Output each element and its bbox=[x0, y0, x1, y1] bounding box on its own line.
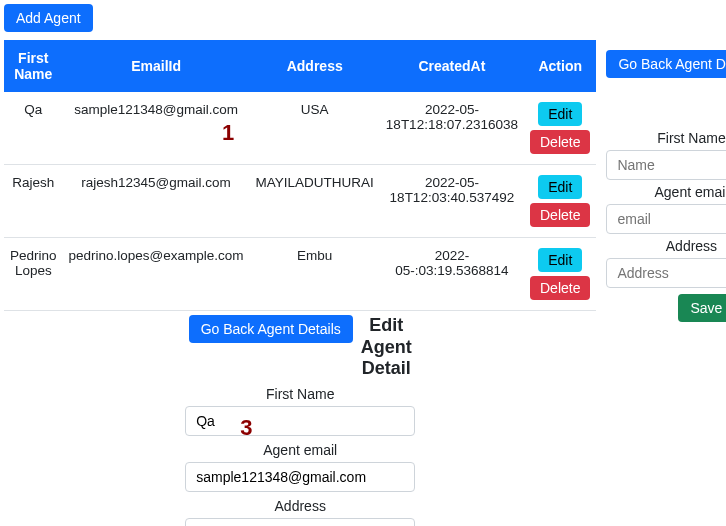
table-row: Rajeshrajesh12345@gmail.comMAYILADUTHURA… bbox=[4, 165, 596, 238]
save-button[interactable]: Save bbox=[678, 294, 726, 322]
table-row: Pedrino Lopespedrino.lopes@example.comEm… bbox=[4, 238, 596, 311]
add-agent-button[interactable]: Add Agent bbox=[4, 4, 93, 32]
cell-created: 2022-05-18T12:03:40.537492 bbox=[380, 165, 524, 238]
add-first-name-input[interactable] bbox=[606, 150, 726, 180]
cell-first-name: Qa bbox=[4, 92, 63, 165]
add-label-first-name: First Name bbox=[606, 130, 726, 146]
cell-created: 2022-05-:03:19.5368814 bbox=[380, 238, 524, 311]
edit-button[interactable]: Edit bbox=[538, 102, 582, 126]
cell-email: sample121348@gmail.com bbox=[63, 92, 250, 165]
add-label-address: Address bbox=[606, 238, 726, 254]
add-panel-title: Add Age bbox=[606, 82, 726, 124]
add-agent-panel: 2 Go Back Agent Details Add Age First Na… bbox=[606, 32, 726, 322]
col-email: EmailId bbox=[63, 40, 250, 92]
edit-panel-title: Edit Agent Detail bbox=[361, 315, 412, 380]
edit-button[interactable]: Edit bbox=[538, 248, 582, 272]
col-address: Address bbox=[250, 40, 380, 92]
edit-email-input[interactable] bbox=[185, 462, 415, 492]
add-address-input[interactable] bbox=[606, 258, 726, 288]
col-first-name: First Name bbox=[4, 40, 63, 92]
cell-first-name: Rajesh bbox=[4, 165, 63, 238]
cell-address: USA bbox=[250, 92, 380, 165]
cell-address: MAYILADUTHURAI bbox=[250, 165, 380, 238]
cell-address: Embu bbox=[250, 238, 380, 311]
edit-button[interactable]: Edit bbox=[538, 175, 582, 199]
edit-first-name-input[interactable] bbox=[185, 406, 415, 436]
col-created: CreatedAt bbox=[380, 40, 524, 92]
add-label-email: Agent email bbox=[606, 184, 726, 200]
cell-email: rajesh12345@gmail.com bbox=[63, 165, 250, 238]
edit-address-input[interactable] bbox=[185, 518, 415, 526]
agents-table: First Name EmailId Address CreatedAt Act… bbox=[4, 40, 596, 311]
label-agent-email: Agent email bbox=[185, 442, 415, 458]
table-row: Qasample121348@gmail.comUSA2022-05-18T12… bbox=[4, 92, 596, 165]
delete-button[interactable]: Delete bbox=[530, 203, 590, 227]
cell-first-name: Pedrino Lopes bbox=[4, 238, 63, 311]
cell-email: pedrino.lopes@example.com bbox=[63, 238, 250, 311]
delete-button[interactable]: Delete bbox=[530, 130, 590, 154]
add-email-input[interactable] bbox=[606, 204, 726, 234]
label-first-name: First Name bbox=[185, 386, 415, 402]
go-back-button-add[interactable]: Go Back Agent Details bbox=[606, 50, 726, 78]
go-back-button-edit[interactable]: Go Back Agent Details bbox=[189, 315, 353, 343]
delete-button[interactable]: Delete bbox=[530, 276, 590, 300]
cell-created: 2022-05-18T12:18:07.2316038 bbox=[380, 92, 524, 165]
col-action: Action bbox=[524, 40, 596, 92]
label-address: Address bbox=[185, 498, 415, 514]
edit-agent-panel: 3 Go Back Agent Details Edit Agent Detai… bbox=[4, 315, 596, 526]
